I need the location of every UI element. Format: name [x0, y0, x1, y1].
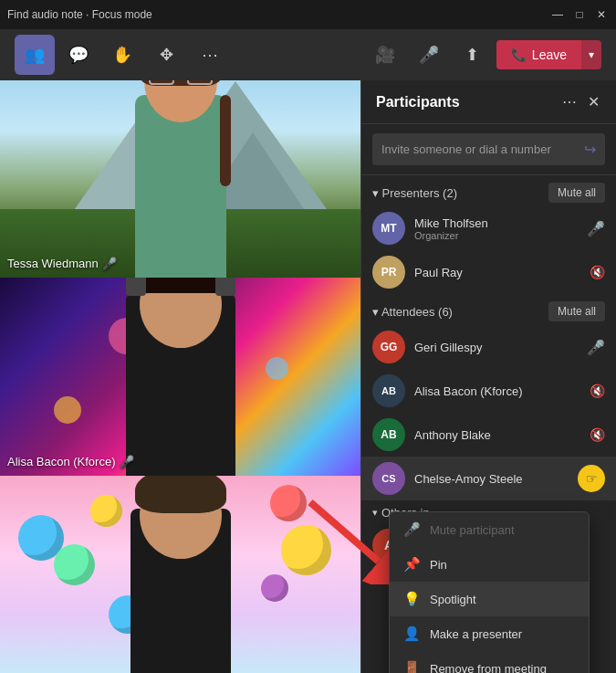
mic-button[interactable]: 🎤: [409, 35, 449, 75]
avatar-alisa: AB: [372, 374, 405, 407]
video-bg-3: [0, 476, 360, 673]
participant-name-chelse: Chelse-Amoy Steele: [414, 472, 569, 486]
ball-yellow-1: [90, 495, 122, 527]
grid-icon: ✥: [160, 45, 173, 65]
avatar-geri: GG: [372, 331, 405, 363]
glass-left: [149, 80, 174, 85]
video-cell-2[interactable]: Alisa Bacon (Kforce) 🎤: [0, 278, 360, 475]
context-menu-presenter[interactable]: 👤 Make a presenter: [390, 616, 589, 651]
video-cell-3[interactable]: [0, 476, 360, 673]
leave-group: 📞 Leave ▾: [496, 40, 601, 69]
chat-icon: 💬: [68, 45, 89, 65]
avatar-initials-anthony: AB: [381, 428, 396, 441]
participant-paul[interactable]: PR Paul Ray 🔇: [361, 250, 616, 294]
particle-3: [54, 396, 81, 424]
presenter-icon: 👤: [402, 626, 421, 642]
context-menu-remove[interactable]: 🚪 Remove from meeting: [390, 651, 589, 673]
hand-icon: ✋: [112, 45, 132, 65]
person-1: [121, 80, 240, 278]
hair-2: [135, 278, 226, 292]
participant-info-alisa: Alisa Bacon (Kforce): [414, 384, 580, 398]
invite-placeholder: Invite someone or dial a number: [381, 142, 551, 156]
participant-mic-paul: 🔇: [590, 265, 605, 279]
grid-button[interactable]: ✥: [146, 35, 186, 75]
title-bar: Find audio note · Focus mode — □ ✕: [0, 0, 616, 29]
panel-header-actions: ⋯ ✕: [560, 91, 601, 112]
presenters-mute-all-button[interactable]: Mute all: [548, 183, 605, 203]
participant-info-mike: Mike Tholfsen Organizer: [414, 216, 578, 241]
participant-geri[interactable]: GG Geri Gillespy 🎤: [361, 325, 616, 369]
avatar-anthony: AB: [372, 418, 405, 451]
avatar-initials-paul: PR: [381, 266, 397, 279]
ear-pad-right: [215, 278, 235, 295]
panel-header: Participants ⋯ ✕: [361, 80, 616, 124]
context-menu: 🎤 Mute participant 📌 Pin 💡 Spotlight 👤 M…: [389, 511, 590, 673]
yellow-cursor-indicator: ☞: [578, 465, 605, 492]
glass-right: [187, 80, 213, 85]
participant-alisa[interactable]: AB Alisa Bacon (Kforce) 🔇: [361, 369, 616, 413]
person-3: [121, 476, 240, 673]
participant-info-paul: Paul Ray: [414, 266, 580, 279]
avatar-initials-chelse: CS: [381, 473, 395, 484]
invite-input-container[interactable]: Invite someone or dial a number ↪: [372, 133, 605, 165]
presenter-label: Make a presenter: [430, 627, 522, 641]
body-1: [135, 95, 226, 278]
others-arrow: ▾: [372, 507, 378, 519]
share-button[interactable]: ⬆: [453, 35, 493, 75]
close-button[interactable]: ✕: [594, 8, 609, 21]
spotlight-label: Spotlight: [430, 593, 476, 606]
panel-close-button[interactable]: ✕: [586, 91, 601, 112]
ball-green: [54, 544, 95, 585]
hair-3: [135, 476, 226, 513]
video-label-2: Alisa Bacon (Kforce) 🎤: [7, 455, 134, 468]
leave-button[interactable]: 📞 Leave: [496, 40, 581, 69]
participant-anthony[interactable]: AB Anthony Blake 🔇: [361, 413, 616, 457]
attendees-section-header: ▾ Attendees (6) Mute all: [361, 294, 616, 325]
participant-role-mike: Organizer: [414, 230, 578, 241]
chat-button[interactable]: 💬: [58, 35, 99, 75]
context-menu-spotlight[interactable]: 💡 Spotlight: [390, 582, 589, 616]
more-button[interactable]: ⋯: [190, 35, 230, 75]
video-label-1: Tessa Wiedmann 🎤: [7, 257, 117, 270]
people-button[interactable]: 👥: [15, 35, 55, 75]
video-area: Tessa Wiedmann 🎤: [0, 80, 360, 673]
video-bg-1: [0, 80, 360, 278]
leave-phone-icon: 📞: [511, 47, 527, 62]
participant-mic-mike: 🎤: [587, 220, 605, 237]
presenters-section-header: ▾ Presenters (2) Mute all: [361, 175, 616, 206]
video-bg-2: [0, 278, 360, 475]
avatar-mike: MT: [372, 212, 405, 245]
participant-name-alisa: Alisa Bacon (Kforce): [414, 384, 580, 398]
participant-chelse[interactable]: CS Chelse-Amoy Steele ☞: [361, 457, 616, 500]
video-cell-1[interactable]: Tessa Wiedmann 🎤: [0, 80, 360, 278]
person-2: [117, 278, 245, 475]
presenters-label: ▾ Presenters (2): [372, 186, 457, 200]
leave-chevron-button[interactable]: ▾: [581, 40, 601, 69]
context-menu-pin[interactable]: 📌 Pin: [390, 547, 589, 582]
hand-button[interactable]: ✋: [102, 35, 142, 75]
camera-button[interactable]: 🎥: [365, 35, 405, 75]
leave-label: Leave: [532, 47, 567, 62]
context-menu-mute: 🎤 Mute participant: [390, 512, 589, 547]
attendees-label: ▾ Attendees (6): [372, 305, 453, 319]
participant-name-geri: Geri Gillespy: [414, 341, 578, 354]
invite-icon: ↪: [584, 141, 596, 158]
mic-icon: 🎤: [419, 45, 439, 65]
video-mic-1: 🎤: [102, 257, 117, 270]
mute-icon: 🎤: [402, 521, 421, 538]
participant-name-paul: Paul Ray: [414, 266, 580, 279]
ball-purple: [261, 574, 288, 602]
participant-mike[interactable]: MT Mike Tholfsen Organizer 🎤: [361, 206, 616, 250]
avatar-paul: PR: [372, 256, 405, 289]
participant-mic-anthony: 🔇: [590, 427, 605, 442]
maximize-button[interactable]: □: [572, 8, 587, 21]
remove-icon: 🚪: [402, 660, 421, 673]
participant-info-chelse: Chelse-Amoy Steele: [414, 472, 569, 486]
minimize-button[interactable]: —: [550, 8, 565, 21]
camera-icon: 🎥: [375, 45, 395, 65]
braid-1: [220, 95, 231, 186]
particle-2: [266, 357, 288, 380]
video-name-1: Tessa Wiedmann: [7, 257, 99, 270]
attendees-mute-all-button[interactable]: Mute all: [548, 301, 605, 321]
panel-more-button[interactable]: ⋯: [560, 91, 579, 112]
